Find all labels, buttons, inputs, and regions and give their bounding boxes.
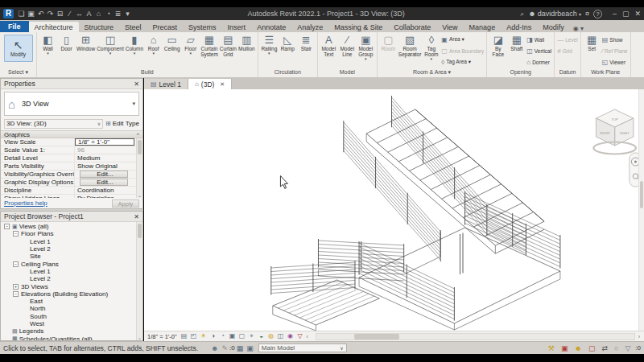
borrowers-icon[interactable]: ☻: [574, 344, 581, 352]
shadows-icon[interactable]: ◑: [209, 332, 217, 340]
view-tab-close-icon[interactable]: ✕: [220, 81, 225, 88]
measure-icon[interactable]: ∕: [65, 10, 74, 18]
crop-view-icon[interactable]: ▣: [229, 332, 237, 340]
property-value-graphic-display-options[interactable]: Edit...: [80, 179, 128, 186]
tree-item-east[interactable]: East: [1, 298, 136, 305]
ribbon-tab-structure[interactable]: Structure: [79, 22, 120, 32]
background-process-icon[interactable]: ○: [614, 344, 618, 352]
ribbon-button-model-text[interactable]: AModel Text: [320, 34, 338, 57]
lock-view-icon[interactable]: ⌖: [248, 332, 256, 340]
revit-logo[interactable]: R: [3, 9, 14, 19]
modify-button[interactable]: ↖ Modify: [4, 35, 33, 62]
ribbon-button-shaft[interactable]: ▦Shaft: [507, 34, 526, 51]
ribbon-button-floor[interactable]: ▱Floor▾: [181, 34, 200, 55]
ribbon-tab-add-ins[interactable]: Add-Ins: [501, 22, 537, 32]
property-value-detail-level[interactable]: Medium: [75, 154, 136, 162]
tree-item-3d-views[interactable]: +3D Views: [1, 282, 136, 290]
ribbon-tab-architecture[interactable]: Architecture: [29, 22, 79, 32]
minimize-button[interactable]: –: [613, 10, 617, 18]
close-button[interactable]: ✕: [634, 10, 641, 18]
properties-help-link[interactable]: Properties help: [4, 200, 47, 207]
thin-lines-icon[interactable]: ≣: [114, 10, 122, 18]
property-value-parts-visibility[interactable]: Show Original: [75, 162, 136, 170]
worksets-icon[interactable]: ⚒: [548, 344, 555, 352]
type-selector[interactable]: ⌂ 3D View ▾: [4, 92, 139, 116]
ribbon-tab-file[interactable]: File: [0, 21, 29, 32]
active-design-option-select[interactable]: Main Model ∨: [258, 343, 347, 352]
tree-item-legends[interactable]: ▤Legends: [1, 327, 136, 335]
ribbon-button-ceiling[interactable]: ▭Ceiling: [163, 34, 181, 51]
hscroll-left-arrow[interactable]: ‹: [304, 334, 311, 339]
customize-qat-icon[interactable]: ▾: [123, 10, 132, 18]
ribbon-button-viewer[interactable]: ◱Viewer: [602, 56, 628, 68]
ribbon-button-roof[interactable]: ⌂Roof▾: [144, 34, 163, 55]
ribbon-button-wall[interactable]: ◨Wall: [526, 34, 551, 45]
project-browser-close-icon[interactable]: ✕: [134, 213, 139, 220]
render-icon[interactable]: ◔: [219, 332, 227, 340]
ribbon-button-level[interactable]: —Level: [557, 34, 578, 45]
detail-level-icon[interactable]: ▤: [180, 332, 188, 340]
default-3d-view-icon[interactable]: ⌂: [94, 10, 103, 18]
account-menu[interactable]: ☻ davidrbeach ▾: [528, 10, 581, 18]
design-options-icon[interactable]: ▣: [246, 344, 254, 352]
reveal-hidden-icon[interactable]: ◍: [267, 332, 275, 340]
ribbon-button-room[interactable]: ▢Room: [379, 34, 398, 51]
aligned-dimension-icon[interactable]: ↔: [75, 10, 84, 18]
view-tab-3d[interactable]: ⌂(3D)✕: [188, 79, 232, 89]
ribbon-button-set[interactable]: ▦Set: [583, 34, 601, 51]
tree-item-north[interactable]: North: [1, 305, 136, 312]
sun-path-icon[interactable]: ☀: [200, 332, 208, 340]
tree-item-level-2[interactable]: Level 2: [1, 245, 136, 253]
restore-button[interactable]: ▢: [622, 10, 630, 18]
property-value-visibility-graphics-over[interactable]: Edit...: [80, 171, 128, 178]
tree-expander-icon[interactable]: −: [13, 261, 19, 267]
ribbon-button-column[interactable]: ▮Column▾: [125, 34, 144, 55]
save-icon[interactable]: ▣: [27, 10, 35, 18]
ribbon-tab-modify[interactable]: Modify: [537, 22, 570, 32]
hscroll-right-arrow[interactable]: ›: [636, 334, 642, 339]
ribbon-button-railing[interactable]: ☰Railing▾: [260, 34, 279, 55]
open-icon[interactable]: ❏: [17, 10, 26, 18]
view-tab-level-1[interactable]: ▤Level 1: [144, 79, 188, 89]
worksharing-status-icon[interactable]: ☻: [211, 344, 218, 352]
ribbon-tab-collaborate[interactable]: Collaborate: [388, 22, 436, 32]
ribbon-button-mullion[interactable]: ▥Mullion: [237, 34, 256, 51]
canvas-horizontal-scrollbar[interactable]: [316, 333, 635, 340]
filter-icon[interactable]: ▽: [625, 344, 630, 352]
tree-expander-icon[interactable]: −: [4, 224, 10, 229]
help-icon[interactable]: ?: [593, 10, 602, 19]
ribbon-button-window[interactable]: ⊞Window: [76, 34, 96, 51]
temporary-view-properties-icon[interactable]: ◉: [287, 332, 295, 340]
ribbon-button-area[interactable]: ▣Area ▾: [441, 34, 484, 45]
property-value-show-hidden-lines[interactable]: By Discipline: [75, 195, 136, 198]
ribbon-button-curtain-system[interactable]: ▦Curtain System: [200, 34, 219, 57]
ribbon-button-curtain-grid[interactable]: ▤Curtain Grid: [219, 34, 237, 57]
ribbon-button-tag-room[interactable]: ◊Tag Room▾: [422, 34, 440, 60]
ribbon-tab-analyze[interactable]: Analyze: [291, 22, 328, 32]
ribbon-button-room-separator[interactable]: ▧Room Separator: [398, 34, 423, 57]
requests-icon[interactable]: ▢: [588, 344, 596, 352]
tree-item-ceiling-plans[interactable]: −Ceiling Plans: [1, 260, 136, 267]
tree-expander-icon[interactable]: +: [13, 284, 19, 290]
editable-only-icon[interactable]: ✎: [222, 344, 229, 352]
properties-close-icon[interactable]: ✕: [134, 80, 139, 88]
ribbon-button-door[interactable]: ▯Door: [57, 34, 76, 51]
edit-type-button[interactable]: ⊞ Edit Type: [105, 120, 139, 127]
browser-scrollbar[interactable]: ⌄: [136, 222, 142, 340]
ribbon-button-by-face[interactable]: ◪By Face: [489, 34, 507, 57]
ribbon-tab-manage[interactable]: Manage: [464, 22, 502, 32]
tree-item-level-1[interactable]: Level 1: [1, 238, 136, 245]
visual-style-icon[interactable]: ◰: [190, 332, 198, 340]
ribbon-button-model-line[interactable]: ∕Model Line: [338, 34, 357, 57]
ribbon-tab-annotate[interactable]: Annotate: [251, 22, 291, 32]
tree-item-level-1[interactable]: Level 1: [1, 268, 136, 275]
show-crop-icon[interactable]: ▢: [238, 332, 246, 340]
search-icon[interactable]: ⌕: [520, 10, 524, 19]
ribbon-button-dormer[interactable]: ⌂Dormer: [526, 56, 551, 68]
ribbon-tab-massing-site[interactable]: Massing & Site: [328, 22, 388, 32]
ribbon-tab-steel[interactable]: Steel: [119, 22, 147, 32]
ribbon-button-wall[interactable]: ◧Wall▾: [39, 34, 57, 55]
ribbon-button-ref-plane[interactable]: ∕Ref Plane: [602, 45, 628, 56]
ribbon-button-grid[interactable]: #Grid: [557, 45, 578, 56]
temporary-hide-isolate-icon[interactable]: ◒: [258, 332, 266, 340]
